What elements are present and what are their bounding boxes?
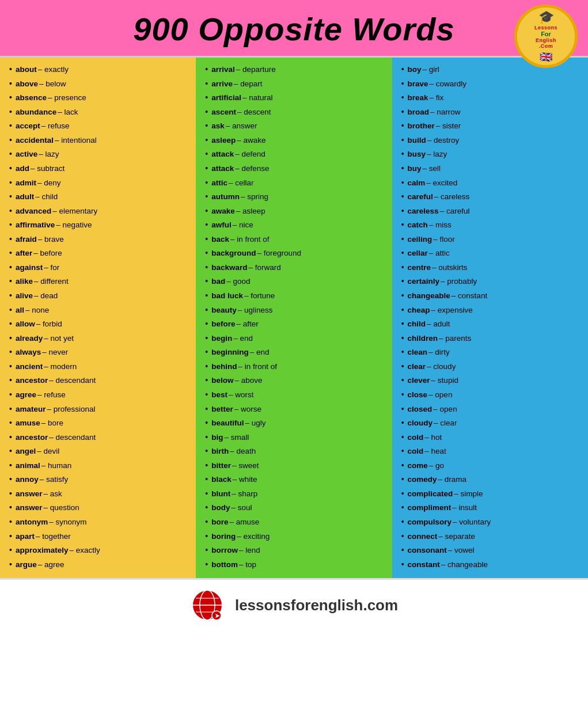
word-bold: angel bbox=[16, 446, 36, 457]
list-item: absence – presence bbox=[9, 92, 191, 104]
word-bold: build bbox=[408, 135, 426, 146]
word-bold: big bbox=[211, 432, 223, 443]
list-item: always – never bbox=[9, 346, 191, 358]
word-bold: come bbox=[408, 460, 428, 472]
list-item: ancestor – descendant bbox=[9, 374, 191, 386]
word-opposite: – cloudy bbox=[427, 361, 456, 373]
word-opposite: – descent bbox=[237, 107, 271, 118]
word-opposite: – expensive bbox=[431, 305, 473, 316]
word-bold: behind bbox=[211, 361, 237, 373]
word-opposite: – constant bbox=[452, 290, 487, 302]
list-item: afraid – brave bbox=[9, 233, 191, 245]
word-opposite: – departure bbox=[236, 64, 276, 75]
word-bold: break bbox=[408, 92, 428, 104]
word-opposite: – outskirts bbox=[432, 262, 468, 273]
word-opposite: – open bbox=[433, 404, 457, 415]
word-bold: alike bbox=[16, 276, 33, 287]
logo-line2: For bbox=[541, 31, 551, 37]
word-opposite: – changeable bbox=[441, 559, 488, 571]
list-item: approximately – exactly bbox=[9, 544, 191, 556]
word-bold: admit bbox=[16, 177, 36, 189]
word-bold: advanced bbox=[16, 206, 51, 217]
word-opposite: – asleep bbox=[236, 206, 265, 217]
logo-line4: .Com bbox=[539, 43, 553, 49]
word-opposite: – sell bbox=[423, 163, 441, 174]
word-opposite: – go bbox=[429, 460, 444, 472]
list-item: cloudy – clear bbox=[401, 417, 583, 429]
column-3: boy – girlbrave – cowardlybreak – fixbro… bbox=[392, 58, 588, 578]
word-opposite: – stupid bbox=[431, 375, 458, 386]
word-opposite: – adult bbox=[427, 318, 450, 330]
list-item: compulsory – voluntary bbox=[401, 516, 583, 528]
word-opposite: – sharp bbox=[232, 488, 257, 500]
word-bold: bitter bbox=[211, 460, 231, 472]
list-item: ask – answer bbox=[205, 120, 387, 132]
word-opposite: – worst bbox=[229, 389, 254, 401]
word-bold: clear bbox=[408, 361, 426, 373]
list-item: already – not yet bbox=[9, 332, 191, 344]
list-item: arrive – depart bbox=[205, 78, 387, 90]
word-bold: constant bbox=[408, 559, 440, 571]
list-item: attack – defend bbox=[205, 148, 387, 160]
word-opposite: – refuse bbox=[37, 389, 66, 401]
word-bold: autumn bbox=[211, 191, 240, 203]
list-item: active – lazy bbox=[9, 148, 191, 160]
word-opposite: – synonym bbox=[49, 516, 86, 528]
list-item: bad – good bbox=[205, 275, 387, 287]
list-item: awful – nice bbox=[205, 219, 387, 231]
word-opposite: – fix bbox=[430, 92, 444, 104]
word-bold: beginning bbox=[211, 347, 249, 358]
word-opposite: – narrow bbox=[430, 107, 461, 118]
header: 900 Opposite Words 🎓 Lessons For English… bbox=[0, 0, 588, 56]
word-bold: answer bbox=[16, 502, 43, 514]
list-item: advanced – elementary bbox=[9, 205, 191, 217]
word-bold: buy bbox=[408, 163, 422, 174]
list-item: beautiful – ugly bbox=[205, 417, 387, 429]
list-item: broad – narrow bbox=[401, 106, 583, 118]
word-opposite: – miss bbox=[429, 219, 452, 231]
word-bold: blunt bbox=[211, 488, 230, 500]
word-bold: better bbox=[211, 404, 233, 415]
word-bold: calm bbox=[408, 177, 426, 189]
list-item: amuse – bore bbox=[9, 417, 191, 429]
word-bold: against bbox=[16, 262, 43, 273]
list-item: animal – human bbox=[9, 459, 191, 472]
word-opposite: – exactly bbox=[69, 545, 100, 556]
word-bold: backward bbox=[211, 262, 247, 273]
word-bold: awful bbox=[211, 219, 232, 231]
list-item: careful – careless bbox=[401, 191, 583, 203]
list-item: cheap – expensive bbox=[401, 304, 583, 316]
word-bold: boring bbox=[211, 531, 236, 542]
list-item: attack – defense bbox=[205, 162, 387, 174]
list-item: catch – miss bbox=[401, 219, 583, 231]
word-bold: beauty bbox=[211, 305, 237, 316]
word-opposite: – above bbox=[235, 375, 263, 386]
word-opposite: – refuse bbox=[41, 120, 70, 132]
word-bold: amuse bbox=[16, 417, 40, 429]
list-item: background – foreground bbox=[205, 247, 387, 259]
word-bold: below bbox=[211, 375, 233, 386]
list-item: after – before bbox=[9, 247, 191, 259]
word-bold: attack bbox=[211, 149, 234, 160]
list-item: beginning – end bbox=[205, 346, 387, 358]
word-bold: active bbox=[16, 149, 37, 160]
word-opposite: – exactly bbox=[38, 64, 69, 75]
list-item: against – for bbox=[9, 261, 191, 273]
word-bold: borrow bbox=[211, 545, 238, 556]
word-bold: ceiling bbox=[408, 234, 433, 245]
word-bold: back bbox=[211, 234, 229, 245]
word-opposite: – after bbox=[237, 318, 259, 330]
list-item: antonym – synonym bbox=[9, 516, 191, 528]
page-title: 900 Opposite Words bbox=[6, 10, 582, 48]
word-bold: child bbox=[408, 318, 426, 330]
word-opposite: – together bbox=[36, 531, 71, 542]
word-bold: before bbox=[211, 318, 235, 330]
word-bold: body bbox=[211, 502, 230, 514]
word-opposite: – deny bbox=[37, 177, 61, 189]
list-item: ascent – descent bbox=[205, 106, 387, 118]
word-bold: attic bbox=[211, 177, 227, 189]
globe-icon: ➤ bbox=[190, 588, 225, 622]
word-opposite: – satisfy bbox=[40, 474, 69, 485]
list-item: borrow – lend bbox=[205, 544, 387, 556]
word-bold: annoy bbox=[16, 474, 39, 485]
